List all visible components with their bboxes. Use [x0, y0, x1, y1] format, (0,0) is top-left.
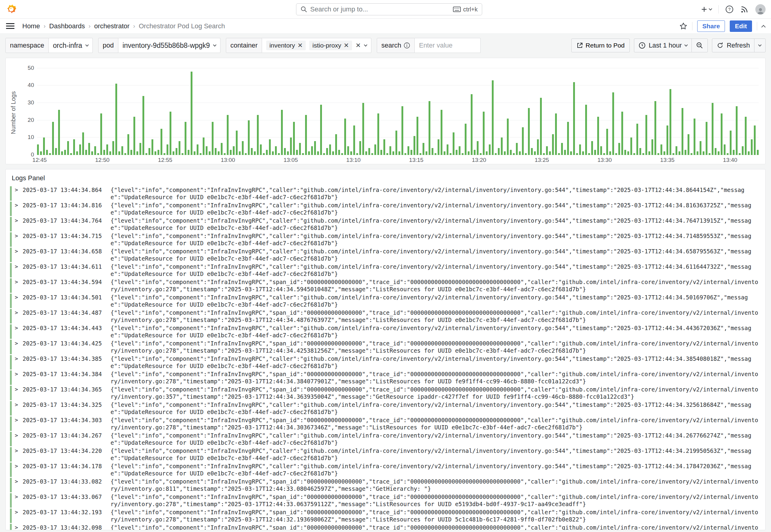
log-expand-icon[interactable]: >	[15, 462, 23, 470]
log-count-bar[interactable]	[278, 153, 280, 155]
log-count-bar[interactable]	[630, 138, 632, 155]
log-count-bar[interactable]	[293, 122, 295, 155]
log-row[interactable]: >2025-03-17 13:44:34.501{"level":"info",…	[10, 294, 761, 308]
log-row[interactable]: >2025-03-17 13:44:34.594{"level":"info",…	[10, 278, 761, 293]
log-count-bar[interactable]	[118, 151, 120, 155]
container-chip[interactable]: inventory✕	[266, 41, 306, 50]
log-count-bar[interactable]	[567, 122, 569, 155]
log-count-bar[interactable]	[576, 153, 578, 155]
log-count-bar[interactable]	[633, 153, 635, 155]
breadcrumb-item[interactable]: orchestrator	[94, 22, 129, 30]
log-count-bar[interactable]	[323, 153, 325, 155]
log-expand-icon[interactable]: >	[15, 324, 23, 332]
log-count-bar[interactable]	[673, 153, 674, 155]
log-count-bar[interactable]	[688, 134, 689, 155]
log-row[interactable]: >2025-03-17 13:44:33.082{"level":"info",…	[10, 478, 761, 492]
log-count-bar[interactable]	[305, 115, 307, 155]
container-multiselect[interactable]: inventory✕istio-proxy✕✕	[262, 38, 371, 53]
log-count-bar[interactable]	[311, 146, 313, 155]
log-count-bar[interactable]	[474, 150, 475, 155]
log-count-bar[interactable]	[582, 151, 584, 155]
log-count-bar[interactable]	[130, 150, 132, 155]
log-expand-icon[interactable]: >	[15, 432, 23, 439]
log-count-bar[interactable]	[627, 151, 629, 155]
log-count-bar[interactable]	[82, 132, 84, 155]
log-count-bar[interactable]	[700, 141, 701, 155]
log-count-bar[interactable]	[317, 151, 319, 155]
log-count-bar[interactable]	[76, 151, 78, 155]
log-count-bar[interactable]	[103, 150, 105, 155]
log-count-bar[interactable]	[127, 134, 129, 155]
log-count-bar[interactable]	[115, 84, 117, 155]
log-expand-icon[interactable]: >	[15, 509, 23, 516]
log-count-bar[interactable]	[477, 141, 478, 155]
log-count-bar[interactable]	[727, 153, 729, 155]
breadcrumb-item[interactable]: Dashboards	[49, 22, 85, 30]
log-count-bar[interactable]	[245, 153, 247, 155]
log-count-bar[interactable]	[389, 146, 391, 155]
log-count-bar[interactable]	[703, 151, 704, 155]
log-count-bar[interactable]	[233, 146, 235, 155]
refresh-button[interactable]: Refresh	[712, 39, 754, 52]
log-count-bar[interactable]	[133, 117, 135, 155]
log-row[interactable]: >2025-03-17 13:44:34.864{"level":"info",…	[10, 186, 761, 201]
log-count-bar[interactable]	[573, 82, 575, 155]
log-count-bar[interactable]	[522, 127, 524, 155]
log-expand-icon[interactable]: >	[15, 447, 23, 454]
log-count-bar[interactable]	[423, 143, 424, 155]
log-count-bar[interactable]	[685, 150, 686, 155]
log-expand-icon[interactable]: >	[15, 278, 23, 286]
log-count-bar[interactable]	[724, 144, 726, 155]
log-count-bar[interactable]	[194, 151, 196, 155]
log-row[interactable]: >2025-03-17 13:44:34.303{"level":"info",…	[10, 416, 761, 431]
log-count-bar[interactable]	[239, 151, 241, 155]
log-count-bar[interactable]	[697, 151, 698, 155]
log-count-bar[interactable]	[501, 138, 503, 155]
log-count-bar[interactable]	[561, 143, 563, 155]
log-count-bar[interactable]	[739, 153, 741, 155]
help-button[interactable]: ?	[725, 5, 734, 14]
log-count-bar[interactable]	[730, 131, 732, 155]
log-count-bar[interactable]	[444, 151, 445, 155]
log-count-bar[interactable]	[401, 106, 403, 155]
log-count-bar[interactable]	[37, 144, 39, 155]
log-count-bar[interactable]	[109, 151, 111, 155]
log-count-bar[interactable]	[646, 115, 647, 155]
log-count-bar[interactable]	[664, 151, 665, 155]
log-count-bar[interactable]	[615, 153, 617, 155]
log-count-bar[interactable]	[570, 151, 572, 155]
log-count-bar[interactable]	[362, 103, 364, 155]
log-row[interactable]: >2025-03-17 13:44:34.816{"level":"info",…	[10, 202, 761, 216]
log-count-bar[interactable]	[709, 153, 711, 155]
log-count-bar[interactable]	[670, 89, 671, 155]
log-count-bar[interactable]	[79, 144, 81, 155]
log-row[interactable]: >2025-03-17 13:44:34.325{"level":"info",…	[10, 401, 761, 416]
return-to-pod-button[interactable]: Return to Pod	[571, 39, 630, 52]
time-range-button[interactable]: Last 1 hour	[634, 39, 692, 52]
log-count-bar[interactable]	[751, 139, 753, 155]
log-count-bar[interactable]	[718, 151, 720, 155]
log-count-bar[interactable]	[73, 139, 75, 155]
log-expand-icon[interactable]: >	[15, 340, 23, 347]
log-count-bar[interactable]	[459, 146, 460, 155]
log-count-bar[interactable]	[652, 139, 653, 155]
log-count-bar[interactable]	[353, 125, 355, 155]
log-count-bar[interactable]	[588, 153, 590, 155]
star-favorite-button[interactable]	[680, 22, 687, 30]
chip-remove-icon[interactable]: ✕	[344, 42, 349, 49]
log-count-bar[interactable]	[465, 124, 466, 155]
log-expand-icon[interactable]: >	[15, 401, 23, 408]
log-count-bar[interactable]	[712, 103, 714, 155]
log-count-bar[interactable]	[251, 148, 253, 155]
search-filter-input[interactable]	[419, 42, 476, 49]
log-count-bar[interactable]	[350, 151, 352, 155]
log-count-bar[interactable]	[187, 150, 189, 155]
log-count-bar[interactable]	[91, 151, 93, 155]
log-row[interactable]: >2025-03-17 13:44:34.658{"level":"info",…	[10, 248, 761, 262]
log-count-bar[interactable]	[121, 146, 123, 155]
log-count-bar[interactable]	[721, 113, 723, 155]
log-count-bar[interactable]	[181, 153, 183, 155]
log-row[interactable]: >2025-03-17 13:44:34.267{"level":"info",…	[10, 432, 761, 446]
log-count-bar[interactable]	[597, 117, 599, 155]
log-count-bar[interactable]	[151, 139, 153, 155]
